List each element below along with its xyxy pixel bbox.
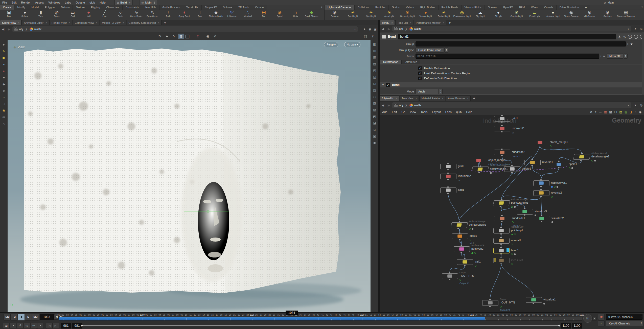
menu-help[interactable]: Help [97,0,108,5]
material-tool-icon[interactable]: ● [1,68,7,74]
node-body[interactable] [494,150,510,155]
node-visualize2[interactable]: visualize2 [534,216,549,221]
o-badge-icon[interactable] [512,221,514,223]
parameters-vscrollbar[interactable] [642,32,644,95]
node-pointvop1[interactable]: Attribute VOPpointvop1 [493,228,509,233]
range-prev-key-button[interactable]: |◀ [46,323,53,329]
transform-tool-icon[interactable]: ⇱ [171,34,177,39]
node-detailwrangle1[interactable]: Attribute Wrangledetailwrangle1 [472,167,488,172]
color-palette-icon[interactable]: ▦ [604,110,607,114]
menu-render[interactable]: Render [19,0,33,5]
info-icon[interactable]: i [634,35,638,39]
realtime-toggle-icon[interactable]: ◔ [10,323,16,329]
node-blast1[interactable]: blast1tokill [452,233,468,239]
close-icon[interactable]: × [467,97,469,100]
forward-arrow-icon[interactable]: ▶ [386,103,392,107]
menu-octane[interactable]: Octane [73,0,87,5]
node-body[interactable] [472,167,489,172]
snapping-off-icon[interactable]: ⊘ [195,34,201,39]
shelf-tab-volume[interactable]: Volume [220,5,235,10]
node-uvproject2[interactable]: uvproject2uv [440,174,456,179]
shelf-tool-quick-shapes[interactable]: ◆Quick Shapes [304,10,319,17]
node-uvproject1[interactable]: uvproject1uv [494,126,510,131]
o-badge-icon[interactable] [474,252,476,254]
shelf-tab-collisions[interactable]: Collisions [355,5,372,10]
network-menu-add[interactable]: Add [380,110,389,113]
lock-badge-icon[interactable] [594,160,596,161]
box-select-icon[interactable]: ⃞ [185,34,191,39]
shelf-tool-null[interactable]: +Null [81,10,97,17]
snapshot-icon[interactable]: ◉ [372,140,377,146]
lock-badge-icon[interactable] [514,253,516,255]
mask-layers-icon[interactable]: ◈ [603,55,605,58]
render-settings-icon[interactable]: ✳ [212,34,218,39]
shelf-tool-tube[interactable]: ▮Tube [33,10,49,17]
keys-up-icon[interactable]: ▲ [641,316,643,318]
shelf-tab-lights-and-cameras[interactable]: Lights and Cameras [325,5,355,10]
network-box-icon[interactable]: ❏ [614,110,617,114]
shelf-tab-hair-utils[interactable]: Hair Utils [142,5,159,10]
shelf-tool-area-light[interactable]: ☀Area Light [380,10,398,17]
node-_OUT_PTS[interactable]: Output_OUT_PTSOutput #1 [442,273,457,278]
o-badge-icon[interactable] [459,279,461,281]
shelf-tool-curve-bezier[interactable]: ∿Curve Bezier [128,10,144,17]
mask-off-dropdown[interactable]: Mask Off [607,54,623,59]
node-visualize3[interactable]: visualize3 [517,209,533,214]
node-body[interactable] [534,216,550,221]
key-dropdown-icon[interactable]: ▾ [592,317,596,321]
shelf-tool-spray-paint[interactable]: ∗Spray Paint [176,10,192,17]
node-measure1[interactable]: measure1 [493,258,509,263]
pane-tab-asset-browser[interactable]: Asset Browser× [446,96,471,101]
shelf-tool-portal-light[interactable]: ▱Portal Light [526,10,544,17]
node-grid2[interactable]: grid2 [440,164,456,169]
close-icon[interactable]: × [443,21,444,24]
shelf-tab-fem[interactable]: FEM [516,5,528,10]
node-bend1[interactable]: bend1 [493,248,509,253]
pane-tab-composite-view[interactable]: Composite View× [73,20,100,25]
shelf-tab-characters[interactable]: Characters [103,5,123,10]
flipbook-icon[interactable]: ◉ [205,34,211,39]
mask-input[interactable]: bend_attrib [416,54,599,59]
back-arrow-icon[interactable]: ◀ [380,103,386,107]
scene-view-3d[interactable]: ✛ View Persp ▾ No cam ▾ Left mouse tumbl… [8,40,371,312]
persp-selector[interactable]: Persp ▾ [324,42,338,47]
misc-tool-icon[interactable]: △ [1,121,7,126]
handles-tool-icon[interactable]: ◈ [1,88,7,93]
node-body[interactable] [517,209,533,215]
o-badge-icon[interactable] [511,206,513,208]
play-button[interactable]: ▶ [25,314,32,321]
lock-badge-icon[interactable] [472,228,473,230]
paint-tool-icon[interactable]: ✎ [1,49,7,54]
o-badge-icon[interactable] [511,244,513,245]
stop-button[interactable]: ■ [18,314,25,321]
group-dropdown-icon[interactable]: ▾ [627,43,628,45]
network-menu-labs[interactable]: Labs [443,110,454,113]
timeline[interactable]: 8182838485868788899091929394959697989910… [59,314,582,321]
close-icon[interactable]: × [158,21,159,24]
shelf-tool-helix[interactable]: §Helix [288,10,304,17]
node-body[interactable] [482,300,498,306]
info-display-icon[interactable]: ▣ [372,133,377,139]
path-node[interactable]: wallfx [34,28,42,31]
shelf-tool-switcher[interactable]: ◉Switcher [599,10,617,17]
snap-tool-icon[interactable]: ○ [1,95,7,100]
o-badge-icon[interactable] [569,167,570,169]
node-pointwrangle1[interactable]: Attribute Wranglepointwrangle1 [493,200,509,205]
node-normal1[interactable]: normal1 [493,238,509,243]
path-field[interactable]: obj ❯ wallfx ▾ [12,26,358,32]
range-end-field[interactable]: 1100 [561,323,571,328]
loop-mode-icon[interactable]: ↺ [17,323,23,329]
shelf-tab-texture[interactable]: Texture [73,5,88,10]
shelf-tool-file[interactable]: ▤File [256,10,272,17]
folder-tab-deformation[interactable]: Deformation [380,60,402,64]
o-badge-icon[interactable] [470,239,471,241]
node-body[interactable] [471,158,487,163]
corner-main-indicator[interactable]: ◎ Main [604,1,614,4]
shade-mode-icon[interactable]: ◫ [372,48,377,54]
node-visualize1[interactable]: visualize1 [526,297,541,302]
shelf-tool-camera[interactable]: ◉Camera [326,10,344,17]
shelf-tool-volume-light[interactable]: ●Volume Light [417,10,435,17]
shelf-tool-box[interactable]: ▣Box [1,10,17,17]
pin-icon[interactable]: ➤ [633,27,638,31]
shelf-tab-rigging[interactable]: Rigging [88,5,103,10]
